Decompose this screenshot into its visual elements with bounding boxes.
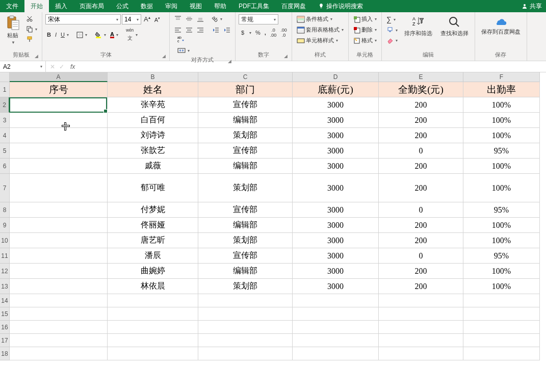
cell[interactable]: 100% [463, 218, 540, 233]
dialog-launcher-icon[interactable]: ◢ [161, 54, 166, 59]
cell[interactable]: 95% [463, 143, 540, 159]
cell[interactable]: 100% [463, 279, 540, 294]
cell[interactable] [10, 264, 108, 279]
font-name-combo[interactable]: ▾ [45, 14, 121, 24]
cut-button[interactable] [24, 14, 39, 23]
align-middle-button[interactable] [184, 14, 194, 23]
row-header-18[interactable]: 18 [0, 347, 10, 360]
align-top-button[interactable] [173, 14, 183, 23]
align-right-button[interactable] [195, 25, 205, 35]
cell[interactable]: 策划部 [198, 279, 293, 294]
cell[interactable] [10, 347, 108, 360]
header-cell[interactable]: 姓名 [108, 82, 198, 97]
cell[interactable]: 刘诗诗 [108, 128, 198, 143]
cell[interactable]: 郁可唯 [108, 174, 198, 202]
phonetic-button[interactable]: wén文▾ [124, 27, 139, 43]
col-header-B[interactable]: B [108, 72, 198, 82]
cell[interactable]: 200 [379, 128, 463, 143]
cell[interactable] [10, 248, 108, 264]
cell[interactable]: 95% [463, 248, 540, 264]
cell[interactable]: 付梦妮 [108, 202, 198, 218]
name-box[interactable]: ▾ [0, 61, 46, 72]
cell[interactable] [10, 159, 108, 174]
cell[interactable]: 95% [463, 202, 540, 218]
header-cell[interactable]: 部门 [198, 82, 293, 97]
cell[interactable] [10, 321, 108, 334]
insert-cells-button[interactable]: 插入▾ [352, 14, 378, 24]
cell[interactable]: 策划部 [198, 128, 293, 143]
conditional-format-button[interactable]: 条件格式▾ [295, 14, 345, 24]
cell[interactable]: 3000 [293, 128, 379, 143]
row-header-16[interactable]: 16 [0, 321, 10, 334]
cell[interactable]: 100% [463, 264, 540, 279]
cell[interactable]: 100% [463, 97, 540, 113]
cell[interactable] [10, 113, 108, 128]
cell[interactable]: 宣传部 [198, 248, 293, 264]
cell[interactable]: 100% [463, 113, 540, 128]
find-select-button[interactable]: 查找和选择 [437, 14, 472, 38]
worksheet[interactable]: ABCDEF1序号姓名部门底薪(元)全勤奖(元)出勤率2张辛苑宣传部300020… [0, 72, 546, 392]
menu-tab-7[interactable]: 视图 [184, 0, 208, 12]
cell[interactable] [108, 294, 198, 307]
autosum-button[interactable]: ∑▾ [385, 14, 399, 24]
cell[interactable]: 策划部 [198, 233, 293, 248]
dialog-launcher-icon[interactable]: ◢ [227, 59, 232, 64]
col-header-A[interactable]: A [10, 72, 108, 82]
select-all-corner[interactable] [0, 72, 10, 82]
cell[interactable] [10, 174, 108, 202]
row-header-9[interactable]: 9 [0, 218, 10, 233]
cell[interactable]: 0 [379, 202, 463, 218]
italic-button[interactable]: I [54, 31, 58, 39]
cell[interactable]: 3000 [293, 174, 379, 202]
row-header-12[interactable]: 12 [0, 264, 10, 279]
cell[interactable] [198, 307, 293, 321]
row-header-8[interactable]: 8 [0, 202, 10, 218]
formula-input[interactable] [84, 64, 543, 71]
dialog-launcher-icon[interactable]: ◢ [283, 54, 289, 59]
cell[interactable]: 策划部 [198, 174, 293, 202]
row-header-13[interactable]: 13 [0, 279, 10, 294]
cell[interactable]: 编辑部 [198, 113, 293, 128]
cell[interactable]: 白百何 [108, 113, 198, 128]
cell[interactable]: 3000 [293, 218, 379, 233]
cell[interactable] [293, 334, 379, 347]
name-box-input[interactable] [3, 63, 39, 70]
cell[interactable]: 佟丽娅 [108, 218, 198, 233]
increase-font-button[interactable]: A▴ [142, 14, 152, 24]
copy-button[interactable]: ▾ [24, 24, 39, 34]
font-name-input[interactable] [48, 16, 115, 23]
cell[interactable]: 200 [379, 264, 463, 279]
fill-button[interactable]: ▾ [385, 25, 399, 35]
row-header-10[interactable]: 10 [0, 233, 10, 248]
cell[interactable]: 0 [379, 248, 463, 264]
cell[interactable] [293, 347, 379, 360]
format-cells-button[interactable]: 格式▾ [352, 36, 378, 45]
cell[interactable] [108, 347, 198, 360]
cell[interactable]: 0 [379, 143, 463, 159]
increase-indent-button[interactable] [222, 25, 232, 35]
cell[interactable]: 编辑部 [198, 264, 293, 279]
row-header-3[interactable]: 3 [0, 113, 10, 128]
cell[interactable] [108, 307, 198, 321]
fill-color-button[interactable]: ▾ [93, 30, 108, 39]
cell[interactable]: 200 [379, 279, 463, 294]
cell[interactable]: 唐艺昕 [108, 233, 198, 248]
cell[interactable]: 宣传部 [198, 202, 293, 218]
cell[interactable] [198, 294, 293, 307]
wrap-text-button[interactable]: abc [176, 35, 191, 44]
align-bottom-button[interactable] [195, 14, 205, 23]
cell[interactable]: 3000 [293, 279, 379, 294]
row-header-1[interactable]: 1 [0, 82, 10, 97]
row-header-17[interactable]: 17 [0, 334, 10, 347]
format-as-table-button[interactable]: 套用表格格式▾ [295, 25, 345, 35]
cell[interactable]: 曲婉婷 [108, 264, 198, 279]
cell[interactable] [463, 294, 540, 307]
cell[interactable] [379, 347, 463, 360]
row-header-15[interactable]: 15 [0, 307, 10, 321]
cell[interactable] [108, 334, 198, 347]
cell[interactable]: 100% [463, 159, 540, 174]
cell[interactable]: 3000 [293, 97, 379, 113]
cell[interactable]: 200 [379, 174, 463, 202]
cell[interactable]: 200 [379, 218, 463, 233]
bold-button[interactable]: B [45, 31, 53, 39]
